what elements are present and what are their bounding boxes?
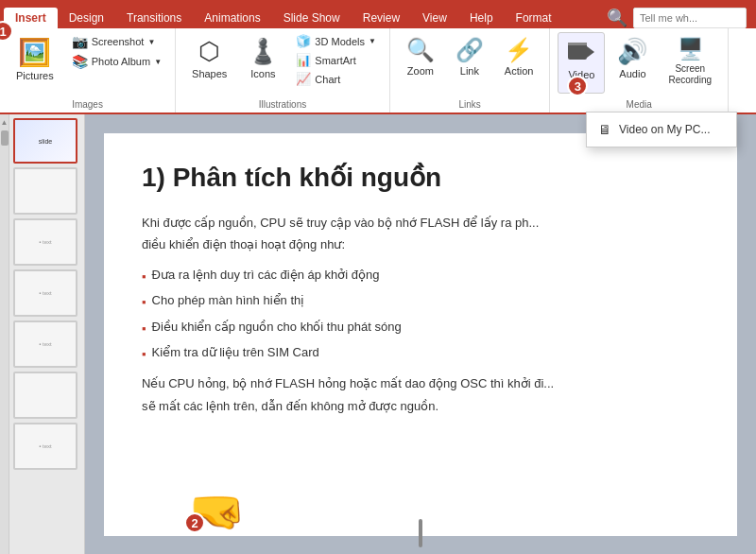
scroll-thumb-left (1, 130, 9, 146)
models-3d-button[interactable]: 🧊 3D Models ▼ (290, 32, 382, 50)
main-area: ▲ slide ▪ text ▪ text ▪ text ▪ text 1) P… (0, 114, 756, 554)
slide-thumb-1[interactable]: slide (13, 118, 77, 164)
zoom-icon: 🔍 (406, 37, 435, 63)
screenshot-button[interactable]: 📷 Screenshot ▼ (66, 32, 167, 51)
video-on-pc-item[interactable]: 🖥 Video on My PC... (587, 116, 736, 143)
slide-thumb-2[interactable] (13, 167, 77, 215)
link-icon: 🔗 (455, 37, 484, 63)
action-icon: ⚡ (505, 37, 533, 63)
tab-transitions[interactable]: Transitions (115, 8, 193, 28)
images-group-label: Images (0, 97, 175, 113)
models-3d-icon: 🧊 (296, 34, 311, 48)
tab-design[interactable]: Design (58, 8, 115, 28)
slide-thumb-3[interactable]: ▪ text (13, 218, 77, 266)
svg-marker-1 (587, 46, 594, 58)
action-button[interactable]: ⚡ Action (496, 32, 542, 81)
illustrations-group-label: Illustrations (176, 97, 389, 113)
zoom-button[interactable]: 🔍 Zoom (398, 32, 443, 81)
slide-thumb-4[interactable]: ▪ text (13, 269, 77, 317)
chart-icon: 📈 (296, 72, 311, 86)
photo-album-icon: 📚 (72, 54, 88, 69)
screenshot-icon: 📷 (72, 34, 88, 49)
smartart-button[interactable]: 📊 SmartArt (290, 51, 382, 69)
link-button[interactable]: 🔗 Link (447, 32, 492, 81)
slide-thumb-7[interactable]: ▪ text (13, 423, 77, 470)
links-group-label: Links (390, 97, 550, 113)
album-dropdown-arrow: ▼ (154, 58, 162, 66)
ribbon-group-images: 1 🖼️ Pictures 📷 Screenshot ▼ 📚 Photo Alb… (0, 28, 176, 113)
tab-help[interactable]: Help (458, 8, 505, 28)
slide-panel: slide ▪ text ▪ text ▪ text ▪ text (9, 114, 85, 554)
audio-button[interactable]: 🔊 Audio (609, 32, 656, 84)
ribbon: Insert Design Transitions Animations Sli… (0, 0, 756, 114)
video-pc-icon: 🖥 (598, 122, 611, 137)
slide-body: Khi được cấp nguồn, CPU sẽ truy cập vào … (142, 212, 699, 417)
shapes-button[interactable]: ⬡ Shapes (183, 32, 235, 84)
ribbon-group-illustrations: ⬡ Shapes ♟️ Icons 🧊 3D Models ▼ 📊 Smart (176, 28, 390, 113)
models-dropdown-arrow: ▼ (369, 37, 376, 45)
vertical-scrollbar-left[interactable]: ▲ (0, 114, 9, 554)
screenshot-dropdown-arrow: ▼ (147, 38, 155, 46)
slide-main: 1) Phân tích khối nguồn Khi được cấp ngu… (104, 133, 737, 536)
slide-bullet-4: Kiểm tra dữ liệu trên SIM Card (142, 341, 699, 365)
smartart-icon: 📊 (296, 53, 311, 67)
video-icon (566, 37, 596, 67)
audio-icon: 🔊 (617, 37, 647, 66)
screen-recording-button[interactable]: 🖥️ ScreenRecording (660, 32, 720, 91)
slide-title: 1) Phân tích khối nguồn (142, 162, 699, 193)
annotation-1: 1 (0, 21, 13, 42)
annotation-3: 3 (567, 76, 588, 96)
ribbon-content: 1 🖼️ Pictures 📷 Screenshot ▼ 📚 Photo Alb… (0, 28, 756, 114)
slide-thumb-5[interactable]: ▪ text (13, 320, 77, 368)
tab-review[interactable]: Review (352, 8, 411, 28)
video-dropdown-menu: 🖥 Video on My PC... (586, 112, 737, 147)
slide-bullet-1: Đưa ra lệnh duy trì các điện áp khởi độn… (142, 264, 699, 287)
tab-slideshow[interactable]: Slide Show (272, 8, 352, 28)
ribbon-group-links: 🔍 Zoom 🔗 Link ⚡ Action Links (390, 28, 551, 113)
svg-rect-3 (419, 519, 422, 547)
search-input[interactable] (633, 8, 747, 28)
media-group-label: Media (550, 97, 728, 113)
slide-cursor-indicator (411, 519, 430, 550)
shapes-icon: ⬡ (198, 37, 220, 66)
slide-thumb-6[interactable] (13, 372, 77, 419)
annotation-badge-1: 1 (0, 21, 13, 42)
photo-album-button[interactable]: 📚 Photo Album ▼ (66, 52, 167, 71)
annotation-badge-3: 3 (567, 76, 588, 96)
ribbon-group-media: 3 Video ▼ 🔊 Audio 🖥️ ScreenRecording (550, 28, 729, 113)
pictures-button[interactable]: 🖼️ Pictures (8, 32, 62, 86)
images-small-buttons: 📷 Screenshot ▼ 📚 Photo Album ▼ (66, 32, 167, 71)
tab-view[interactable]: View (411, 8, 458, 28)
annotation-2-area: 🤜 2 (189, 485, 246, 538)
screen-recording-icon: 🖥️ (678, 37, 703, 61)
tab-animations[interactable]: Animations (193, 8, 271, 28)
icons-button[interactable]: ♟️ Icons (239, 32, 286, 84)
annotation-badge-2: 2 (184, 512, 205, 533)
ribbon-tab-bar: Insert Design Transitions Animations Sli… (0, 0, 756, 28)
illus-small-buttons: 🧊 3D Models ▼ 📊 SmartArt 📈 Chart (290, 32, 382, 88)
slide-bullet-3: Điều khiển cấp nguồn cho khối thu phát s… (142, 316, 699, 339)
slide-content-area: 1) Phân tích khối nguồn Khi được cấp ngu… (85, 114, 756, 554)
svg-rect-2 (568, 43, 587, 45)
slide-para1: Khi được cấp nguồn, CPU sẽ truy cập vào … (142, 212, 699, 256)
tab-format[interactable]: Format (505, 8, 563, 28)
pictures-icon: 🖼️ (18, 37, 51, 68)
slide-para2: Nếu CPU hỏng, bộ nhớ FLASH hỏng hoặc mất… (142, 372, 699, 417)
pictures-label: Pictures (16, 70, 54, 81)
icons-icon: ♟️ (248, 37, 278, 66)
chart-button[interactable]: 📈 Chart (290, 70, 382, 88)
slide-bullet-2: Cho phép màn hình hiển thị (142, 289, 699, 313)
